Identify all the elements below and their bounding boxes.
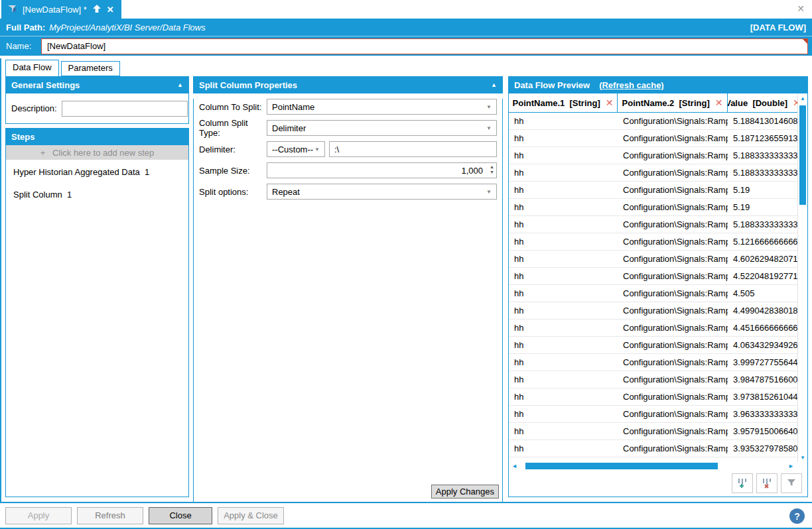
collapse-icon[interactable]: ▲ bbox=[177, 82, 183, 88]
add-column-button[interactable] bbox=[732, 473, 753, 493]
table-row[interactable]: hh Configuration\Signals:Ramp 3.99972775… bbox=[509, 354, 797, 371]
cell-value: 4.06343293492696 bbox=[728, 340, 797, 350]
table-row[interactable]: hh Configuration\Signals:Ramp 4.49904283… bbox=[509, 302, 797, 320]
table-row[interactable]: hh Configuration\Signals:Ramp 5.18833333… bbox=[509, 147, 797, 164]
tab-parameters[interactable]: Parameters bbox=[61, 61, 120, 76]
preview-body: PointName.1 [String] ✕ PointName.2 [Stri… bbox=[508, 93, 808, 497]
sample-size-label: Sample Size: bbox=[199, 166, 267, 176]
up-arrow-icon[interactable] bbox=[92, 4, 102, 15]
table-row[interactable]: hh Configuration\Signals:Ramp 5.18841301… bbox=[509, 113, 797, 130]
sample-size-input[interactable] bbox=[267, 162, 497, 178]
description-input[interactable] bbox=[62, 101, 188, 117]
cell-value: 5.18833333333333 bbox=[728, 168, 797, 178]
table-row[interactable]: hh Configuration\Signals:Ramp 3.95791500… bbox=[509, 423, 797, 440]
cell-value: 3.95791500664011 bbox=[728, 426, 797, 436]
help-button[interactable]: ? bbox=[789, 508, 805, 524]
split-options-select[interactable]: Repeat ▼ bbox=[267, 184, 497, 200]
apply-and-close-button[interactable]: Apply & Close bbox=[218, 507, 284, 524]
table-row[interactable]: hh Configuration\Signals:Ramp 5.12166666… bbox=[509, 233, 797, 251]
vertical-scrollbar-thumb[interactable] bbox=[799, 105, 806, 205]
steps-header: Steps bbox=[5, 128, 189, 145]
scroll-up-icon[interactable]: ▲ bbox=[798, 95, 807, 102]
table-row[interactable]: hh Configuration\Signals:Ramp 5.18833333… bbox=[509, 216, 797, 233]
horizontal-scrollbar-thumb[interactable] bbox=[525, 463, 718, 469]
table-row[interactable]: hh Configuration\Signals:Ramp 5.18712365… bbox=[509, 130, 797, 147]
cell-value: 3.98478751660027 bbox=[728, 375, 797, 384]
cell-value: 3.93532797858099 bbox=[728, 443, 797, 453]
general-settings-header: General Settings ▲ bbox=[5, 76, 189, 93]
collapse-icon[interactable]: ▲ bbox=[491, 82, 497, 88]
table-row[interactable]: hh Configuration\Signals:Ramp 3.97381526… bbox=[509, 388, 797, 406]
table-row[interactable]: hh Configuration\Signals:Ramp 4.505 bbox=[509, 285, 797, 302]
scroll-left-icon[interactable]: ◄ bbox=[511, 463, 517, 470]
view-tabs: Data Flow Parameters bbox=[5, 60, 120, 76]
name-input[interactable] bbox=[41, 38, 808, 54]
vertical-scrollbar[interactable]: ▲ ▼ bbox=[797, 95, 807, 462]
table-row[interactable]: hh Configuration\Signals:Ramp 5.18833333… bbox=[509, 164, 797, 182]
remove-column-button[interactable] bbox=[756, 473, 778, 493]
tab-close-icon[interactable]: ✕ bbox=[107, 5, 114, 15]
full-path-value: MyProject/AnalytiX/BI Server/Data Flows bbox=[49, 23, 206, 32]
cell-value: 4.45166666666667 bbox=[728, 323, 797, 333]
table-row[interactable]: hh Configuration\Signals:Ramp 5.19 bbox=[509, 199, 797, 216]
cell-pointname1: hh bbox=[509, 133, 618, 143]
delimiter-custom-input[interactable] bbox=[329, 141, 497, 157]
steps-list: Hyper Historian Aggregated Data 1Split C… bbox=[6, 160, 188, 205]
refresh-button[interactable]: Refresh bbox=[77, 507, 143, 524]
cell-pointname1: hh bbox=[509, 116, 618, 126]
table-row[interactable]: hh Configuration\Signals:Ramp 4.60262948… bbox=[509, 251, 797, 268]
cell-value: 4.49904283801874 bbox=[728, 306, 797, 316]
filter-button[interactable] bbox=[781, 473, 802, 493]
cell-pointname2: Configuration\Signals:Ramp bbox=[618, 116, 728, 126]
spin-down-icon[interactable]: ▼ bbox=[490, 170, 494, 175]
name-label: Name: bbox=[6, 41, 41, 51]
column-header-pointname2[interactable]: PointName.2 [String] ✕ bbox=[618, 93, 728, 112]
delimiter-label: Delimiter: bbox=[199, 145, 267, 154]
delimiter-mode-select[interactable]: --Custom-- ▼ bbox=[267, 141, 325, 157]
cell-pointname1: hh bbox=[509, 168, 618, 178]
close-button[interactable]: Close bbox=[149, 507, 212, 524]
cell-pointname2: Configuration\Signals:Ramp bbox=[618, 168, 728, 178]
apply-changes-button[interactable]: Apply Changes bbox=[431, 485, 499, 499]
cell-pointname2: Configuration\Signals:Ramp bbox=[618, 271, 728, 281]
scroll-down-icon[interactable]: ▼ bbox=[798, 455, 807, 461]
table-row[interactable]: hh Configuration\Signals:Ramp 4.45166666… bbox=[509, 320, 797, 337]
remove-column-icon[interactable]: ✕ bbox=[715, 97, 723, 108]
document-tab[interactable]: [NewDataFlow] * ✕ bbox=[1, 0, 121, 19]
chevron-down-icon: ▼ bbox=[314, 147, 320, 152]
step-item[interactable]: Split Column 1 bbox=[6, 182, 188, 205]
table-row[interactable]: hh Configuration\Signals:Ramp 5.19 bbox=[509, 182, 797, 199]
column-header-pointname1[interactable]: PointName.1 [String] ✕ bbox=[509, 93, 618, 112]
table-row[interactable]: hh Configuration\Signals:Ramp 3.96333333… bbox=[509, 406, 797, 423]
column-to-split-select[interactable]: PointName ▼ bbox=[267, 99, 497, 115]
cell-value: 3.99972775564409 bbox=[728, 357, 797, 367]
apply-button[interactable]: Apply bbox=[5, 507, 72, 524]
cell-pointname1: hh bbox=[509, 392, 618, 402]
scroll-right-icon[interactable]: ► bbox=[788, 463, 794, 470]
split-options-label: Split options: bbox=[199, 187, 267, 197]
sample-size-stepper[interactable]: ▲ ▼ bbox=[490, 164, 494, 175]
refresh-cache-link[interactable]: (Refresh cache) bbox=[599, 80, 664, 90]
table-row[interactable]: hh Configuration\Signals:Ramp 4.52204819… bbox=[509, 268, 797, 285]
dataflow-icon bbox=[7, 3, 17, 16]
remove-column-icon[interactable]: ✕ bbox=[606, 97, 614, 108]
table-row[interactable]: hh Configuration\Signals:Ramp 3.98478751… bbox=[509, 371, 797, 388]
column-header-value[interactable]: Value [Double] ✕ bbox=[728, 93, 807, 112]
preview-table-body: hh Configuration\Signals:Ramp 5.18841301… bbox=[509, 113, 797, 497]
split-options-row: Split options: Repeat ▼ bbox=[199, 184, 497, 200]
cell-pointname1: hh bbox=[509, 202, 618, 212]
preview-header: Data Flow Preview (Refresh cache) bbox=[508, 76, 808, 93]
cell-value: 5.18833333333333 bbox=[728, 219, 797, 229]
add-step-button[interactable]: + Click here to add new step bbox=[6, 145, 188, 160]
column-split-type-select[interactable]: Delimiter ▼ bbox=[267, 120, 497, 136]
step-item[interactable]: Hyper Historian Aggregated Data 1 bbox=[6, 160, 188, 182]
cell-value: 4.505 bbox=[728, 288, 797, 298]
spin-up-icon[interactable]: ▲ bbox=[490, 164, 494, 170]
table-row[interactable]: hh Configuration\Signals:Ramp 4.06343293… bbox=[509, 337, 797, 354]
horizontal-scrollbar[interactable]: ◄ ► bbox=[510, 462, 795, 471]
cell-pointname2: Configuration\Signals:Ramp bbox=[618, 202, 728, 212]
window-close-icon[interactable]: ✕ bbox=[797, 3, 805, 14]
full-path-label: Full Path: bbox=[6, 23, 45, 32]
table-row[interactable]: hh Configuration\Signals:Ramp 3.93532797… bbox=[509, 440, 797, 457]
tab-data-flow[interactable]: Data Flow bbox=[5, 60, 59, 76]
